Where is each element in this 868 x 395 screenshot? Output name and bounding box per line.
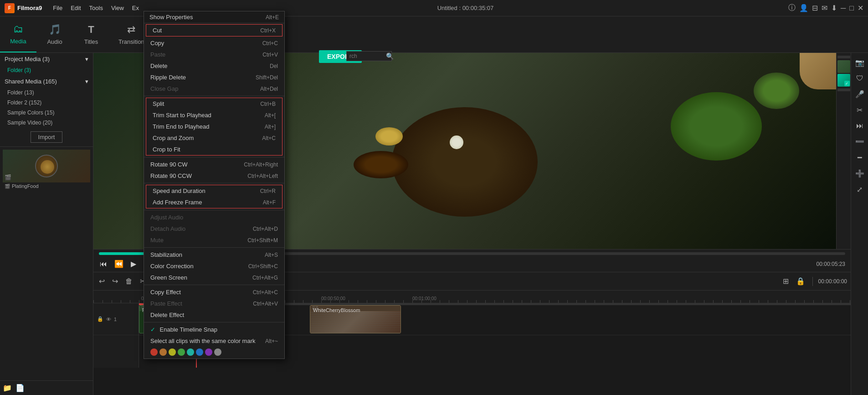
undo-button[interactable]: ↩ — [97, 276, 107, 286]
add-folder-icon[interactable]: 📁 — [3, 384, 12, 392]
filmstrip-thumb-2[interactable]: ✓ — [837, 74, 850, 87]
import-button[interactable]: Import — [31, 131, 63, 143]
tab-media[interactable]: 🗂 Media — [0, 16, 36, 52]
media-thumbnail[interactable]: 🎬 — [3, 150, 90, 182]
timeline-time: 00:00:00:00 — [818, 278, 847, 285]
ctx-divider-1 — [144, 96, 284, 96]
left-panel: Project Media (3) ▾ Folder (3) Shared Me… — [0, 53, 93, 395]
rp-forward-icon[interactable]: ⏭ — [854, 120, 865, 132]
timeline-add-track[interactable]: ⊞ — [781, 276, 791, 286]
tab-titles[interactable]: T Titles — [73, 16, 109, 52]
app-logo: F Filmora9 — [5, 3, 42, 13]
ctx-adjust-audio[interactable]: Adjust Audio — [144, 212, 284, 223]
ctx-split[interactable]: Split Ctrl+B — [146, 98, 282, 109]
color-orange[interactable] — [159, 348, 167, 356]
rp-mic-icon[interactable]: 🎤 — [853, 88, 866, 100]
menu-edit[interactable]: Edit — [67, 3, 84, 13]
minimize-icon[interactable]: ─ — [841, 4, 846, 12]
folder-3-item[interactable]: Folder (3) — [0, 65, 93, 75]
media-thumb-label: PlatingFood — [12, 183, 39, 189]
ctx-color-correction[interactable]: Color Correction Ctrl+Shift+C — [144, 260, 284, 272]
tab-audio[interactable]: 🎵 Audio — [36, 16, 73, 52]
sample-video-item[interactable]: Sample Video (20) — [0, 118, 93, 128]
time-display: 00:00:05:23 — [817, 261, 845, 267]
time-value: 00:00:05:23 — [817, 261, 845, 267]
filmstrip-check: ✓ — [844, 81, 850, 86]
color-yellow[interactable] — [169, 348, 176, 356]
close-icon[interactable]: ✕ — [858, 4, 863, 12]
rp-camera-icon[interactable]: 📷 — [853, 57, 866, 69]
sample-colors-item[interactable]: Sample Colors (15) — [0, 108, 93, 118]
color-red[interactable] — [150, 348, 158, 356]
frame-back-button[interactable]: ⏪ — [113, 259, 124, 269]
ctx-rotate-ccw[interactable]: Rotate 90 CCW Ctrl+Alt+Left — [144, 170, 284, 182]
ctx-copy-effect[interactable]: Copy Effect Ctrl+Alt+C — [144, 286, 284, 298]
user-icon[interactable]: 👤 — [799, 4, 808, 12]
ctx-paste[interactable]: Paste Ctrl+V — [144, 49, 284, 60]
menu-view[interactable]: View — [108, 3, 128, 13]
ctx-paste-effect[interactable]: Paste Effect Ctrl+Alt+V — [144, 298, 284, 309]
ctx-delete-effect[interactable]: Delete Effect — [144, 309, 284, 321]
download-icon[interactable]: ⬇ — [831, 4, 837, 12]
info-icon[interactable]: ⓘ — [788, 3, 796, 13]
ctx-green-screen[interactable]: Green Screen Ctrl+Alt+G — [144, 272, 284, 283]
ctx-enable-snap[interactable]: ✓ Enable Timeline Snap — [144, 324, 284, 335]
skip-back-button[interactable]: ⏮ — [99, 259, 108, 269]
track-eye-icon[interactable]: 👁 — [106, 317, 111, 322]
maximize-icon[interactable]: □ — [849, 4, 854, 12]
ctx-speed-group-highlight: Speed and Duration Ctrl+R Add Freeze Fra… — [146, 185, 282, 208]
folder-13-item[interactable]: Folder (13) — [0, 88, 93, 98]
ctx-stabilization[interactable]: Stabilization Alt+S — [144, 249, 284, 260]
track-lock-icon[interactable]: 🔒 — [97, 316, 103, 322]
play-button[interactable]: ▶ — [130, 259, 137, 269]
mail-icon[interactable]: ✉ — [822, 4, 827, 12]
transition-tab-label: Transition — [118, 38, 144, 45]
ctx-trim-end[interactable]: Trim End to Playhead Alt+] — [146, 121, 282, 132]
ctx-rotate-cw[interactable]: Rotate 90 CW Ctrl+Alt+Right — [144, 159, 284, 170]
media-thumb-area: 🎬 🎬 PlatingFood — [0, 147, 93, 192]
color-gray[interactable] — [214, 348, 221, 356]
ctx-add-freeze[interactable]: Add Freeze Frame Alt+F — [146, 197, 282, 208]
ctx-select-same-color[interactable]: Select all clips with the same color mar… — [144, 335, 284, 347]
ctx-cut[interactable]: Cut Ctrl+X — [146, 25, 282, 36]
menu-file[interactable]: File — [49, 3, 66, 13]
rp-clip-icon[interactable]: ✂ — [855, 104, 864, 116]
ctx-crop-fit[interactable]: Crop to Fit — [146, 144, 282, 155]
ctx-crop-zoom[interactable]: Crop and Zoom Alt+C — [146, 132, 282, 144]
redo-button[interactable]: ↪ — [110, 276, 120, 286]
menu-ex[interactable]: Ex — [128, 3, 143, 13]
clip-cherry-blossom[interactable]: ⠿⠿ WhiteCherryBlossom — [310, 305, 401, 333]
rp-minus-icon[interactable]: ➖ — [853, 135, 866, 148]
timeline-lock[interactable]: 🔒 — [794, 276, 807, 286]
rp-zoom-slider[interactable]: ━ — [856, 151, 864, 164]
nav-tabs: 🗂 Media 🎵 Audio T Titles ⇄ Transition — [0, 16, 868, 53]
rp-shield-icon[interactable]: 🛡 — [854, 73, 865, 84]
ctx-divider-5 — [144, 247, 284, 248]
project-media-header[interactable]: Project Media (3) ▾ — [0, 53, 93, 65]
color-teal[interactable] — [187, 348, 194, 356]
ctx-detach-audio[interactable]: Detach Audio Ctrl+Alt+D — [144, 223, 284, 234]
shared-media-header[interactable]: Shared Media (165) ▾ — [0, 75, 93, 88]
ctx-close-gap[interactable]: Close Gap Alt+Del — [144, 83, 284, 94]
menu-tools[interactable]: Tools — [86, 3, 107, 13]
search-input[interactable] — [349, 53, 386, 59]
rp-plus-icon[interactable]: ➕ — [853, 167, 866, 180]
ctx-speed-duration[interactable]: Speed and Duration Ctrl+R — [146, 185, 282, 197]
ctx-ripple-delete[interactable]: Ripple Delete Shift+Del — [144, 72, 284, 83]
add-file-icon[interactable]: 📄 — [15, 384, 25, 392]
color-green[interactable] — [178, 348, 185, 356]
color-purple[interactable] — [205, 348, 212, 356]
color-blue[interactable] — [196, 348, 203, 356]
audio-tab-icon: 🎵 — [49, 24, 61, 36]
ctx-copy[interactable]: Copy Ctrl+C — [144, 37, 284, 49]
search-icon[interactable]: 🔍 — [386, 52, 394, 60]
titles-tab-icon: T — [88, 24, 94, 36]
folder2-152-item[interactable]: Folder 2 (152) — [0, 98, 93, 108]
ctx-mute[interactable]: Mute Ctrl+Shift+M — [144, 234, 284, 246]
layout-icon[interactable]: ⊟ — [812, 4, 818, 12]
delete-button[interactable]: 🗑 — [123, 276, 134, 286]
rp-fullfit-icon[interactable]: ⤢ — [855, 183, 864, 196]
filmstrip-thumb-1[interactable] — [837, 60, 850, 73]
ctx-trim-start[interactable]: Trim Start to Playhead Alt+[ — [146, 109, 282, 121]
ctx-delete[interactable]: Delete Del — [144, 60, 284, 72]
